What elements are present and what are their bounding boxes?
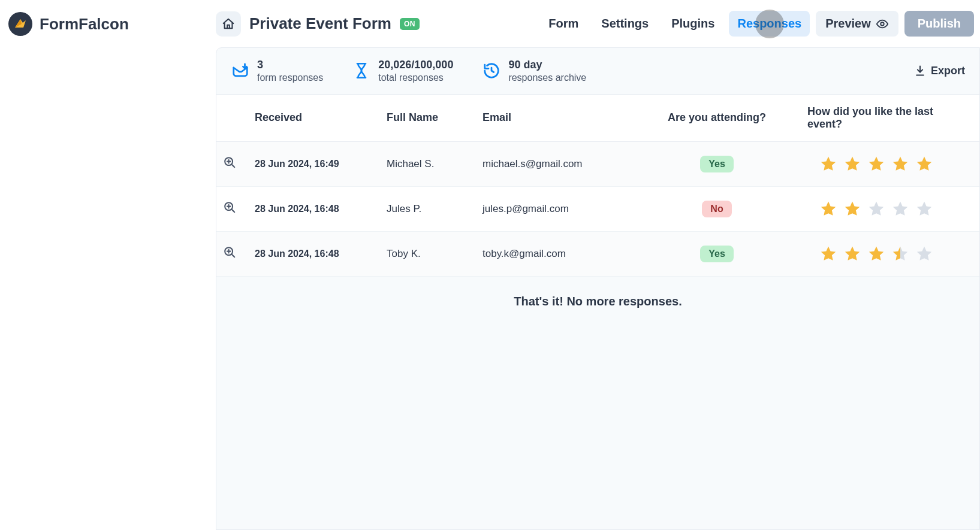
inbox-download-icon	[231, 61, 250, 80]
export-label: Export	[931, 65, 965, 77]
cell-full-name: Toby K.	[375, 235, 471, 273]
svg-line-10	[231, 254, 234, 257]
publish-button[interactable]: Publish	[904, 11, 974, 37]
export-button[interactable]: Export	[914, 65, 965, 77]
table-row: 28 Jun 2024, 16:48Toby K.toby.k@gmail.co…	[216, 232, 979, 277]
preview-button[interactable]: Preview	[816, 11, 898, 37]
stat-archive-value: 90 day	[508, 59, 586, 72]
cell-attending: No	[638, 187, 795, 231]
home-icon	[222, 17, 235, 31]
cell-rating	[795, 187, 979, 231]
stat-form-responses: 3 form responses	[231, 59, 323, 83]
nav-plugins[interactable]: Plugins	[663, 11, 723, 37]
svg-point-0	[881, 22, 884, 26]
brand-logo	[8, 12, 32, 36]
stat-form-responses-label: form responses	[257, 72, 323, 83]
download-icon	[914, 65, 926, 77]
status-badge: ON	[400, 18, 420, 30]
rating-stars	[807, 245, 967, 263]
cell-attending: Yes	[638, 143, 795, 186]
star-icon	[819, 200, 837, 218]
nav-responses[interactable]: Responses	[729, 11, 810, 37]
cell-email: toby.k@gmail.com	[471, 235, 638, 273]
cell-rating	[795, 142, 979, 186]
star-icon	[843, 155, 861, 173]
star-icon	[819, 155, 837, 173]
preview-label: Preview	[825, 17, 871, 31]
nav-responses-label: Responses	[737, 17, 801, 30]
magnify-plus-icon	[223, 156, 236, 169]
stat-total-responses-label: total responses	[378, 72, 453, 83]
falcon-icon	[13, 17, 28, 31]
cell-full-name: Jules P.	[375, 190, 471, 228]
svg-line-2	[231, 164, 234, 167]
page-title: Private Event Form	[249, 14, 391, 33]
magnify-plus-icon	[223, 201, 236, 214]
topbar: Private Event Form ON Form Settings Plug…	[216, 0, 980, 47]
topbar-right: Form Settings Plugins Responses Preview …	[540, 11, 974, 37]
view-response-button[interactable]	[223, 156, 236, 172]
nav-form[interactable]: Form	[540, 11, 587, 37]
home-button[interactable]	[216, 11, 241, 37]
history-icon	[482, 61, 501, 80]
stat-total-responses-value: 20,026/100,000	[378, 59, 453, 72]
star-icon	[891, 200, 909, 218]
left-rail: FormFalcon	[0, 0, 216, 530]
cell-rating	[795, 232, 979, 276]
nav-settings[interactable]: Settings	[593, 11, 657, 37]
cell-email: michael.s@gmail.com	[471, 145, 638, 183]
stat-form-responses-value: 3	[257, 59, 323, 72]
attending-pill: No	[702, 201, 731, 217]
magnify-plus-icon	[223, 246, 236, 259]
star-icon	[915, 200, 933, 218]
cell-received: 28 Jun 2024, 16:49	[243, 146, 375, 183]
view-response-button[interactable]	[223, 246, 236, 262]
star-icon	[843, 200, 861, 218]
star-icon	[891, 155, 909, 173]
table-header: Received Full Name Email Are you attendi…	[216, 95, 979, 142]
brand-name: FormFalcon	[40, 15, 129, 34]
attending-pill: Yes	[700, 156, 734, 172]
star-icon	[915, 155, 933, 173]
col-rating[interactable]: How did you like the last event?	[795, 95, 979, 141]
stat-archive: 90 day responses archive	[482, 59, 586, 83]
content-panel: 3 form responses 20,026/100,000	[216, 47, 980, 530]
rating-stars	[807, 200, 967, 218]
col-email[interactable]: Email	[471, 101, 638, 135]
star-icon	[867, 155, 885, 173]
star-icon	[867, 245, 885, 263]
rating-stars	[807, 155, 967, 173]
star-icon	[819, 245, 837, 263]
col-full-name[interactable]: Full Name	[375, 101, 471, 135]
col-received[interactable]: Received	[243, 101, 375, 135]
summary-bar: 3 form responses 20,026/100,000	[216, 48, 979, 95]
end-of-results: That's it! No more responses.	[216, 277, 979, 326]
col-attending[interactable]: Are you attending?	[638, 101, 795, 135]
cell-full-name: Michael S.	[375, 145, 471, 183]
star-icon	[843, 245, 861, 263]
stat-total-responses: 20,026/100,000 total responses	[352, 59, 453, 83]
cell-attending: Yes	[638, 232, 795, 275]
eye-icon	[876, 17, 889, 31]
cell-received: 28 Jun 2024, 16:48	[243, 235, 375, 272]
svg-line-6	[231, 209, 234, 212]
brand[interactable]: FormFalcon	[8, 12, 216, 36]
responses-table: Received Full Name Email Are you attendi…	[216, 95, 979, 277]
star-icon	[867, 200, 885, 218]
attending-pill: Yes	[700, 246, 734, 262]
hourglass-icon	[352, 61, 371, 80]
cell-received: 28 Jun 2024, 16:48	[243, 190, 375, 228]
star-icon	[891, 245, 909, 263]
star-icon	[915, 245, 933, 263]
view-response-button[interactable]	[223, 201, 236, 217]
table-row: 28 Jun 2024, 16:49Michael S.michael.s@gm…	[216, 142, 979, 187]
table-row: 28 Jun 2024, 16:48Jules P.jules.p@gmail.…	[216, 187, 979, 232]
stat-archive-label: responses archive	[508, 72, 586, 83]
cell-email: jules.p@gmail.com	[471, 190, 638, 228]
